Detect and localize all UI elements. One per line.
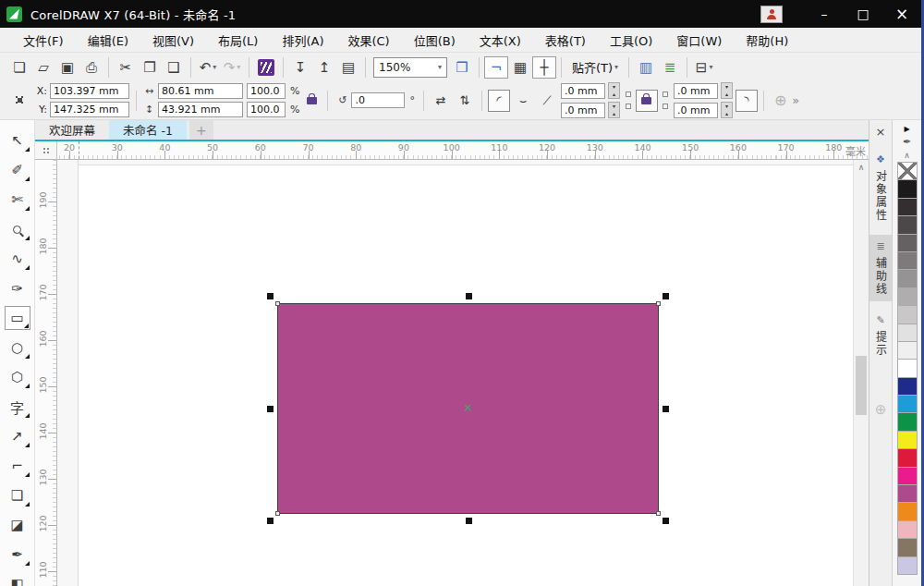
selection-handle-middle-right[interactable] xyxy=(663,406,669,412)
corner-radius-br-input[interactable] xyxy=(674,103,718,118)
ellipse-tool[interactable]: ○ xyxy=(5,336,30,360)
transparency-tool[interactable]: ◪ xyxy=(5,513,30,537)
menu-effects[interactable]: 效果(C) xyxy=(335,28,401,53)
menu-tools[interactable]: 工具(O) xyxy=(598,28,664,53)
docker-tab-object-properties[interactable]: ❖对象属性 xyxy=(869,148,892,227)
drop-shadow-tool[interactable]: ❏ xyxy=(5,483,30,507)
swatch-ae4a8c[interactable] xyxy=(897,484,918,503)
scale-y-input[interactable] xyxy=(247,102,286,117)
swatch-ee8a1b[interactable] xyxy=(897,502,918,520)
add-docker-button[interactable]: ⊕ xyxy=(875,401,887,418)
undo-button[interactable]: ↶▾ xyxy=(196,56,220,79)
account-button[interactable] xyxy=(760,6,783,23)
object-center-marker[interactable]: × xyxy=(463,401,472,414)
palette-scroll-up-icon[interactable]: ∧ xyxy=(904,151,910,160)
snap-to-button[interactable]: 贴齐(T) ▾ xyxy=(566,58,624,76)
text-tool[interactable]: 字 xyxy=(5,395,30,419)
minimize-button[interactable]: – xyxy=(805,0,844,28)
new-document-button[interactable]: ❏ xyxy=(7,56,31,79)
swatch-4c4849[interactable] xyxy=(897,215,918,234)
fullscreen-preview-button[interactable]: ❒ xyxy=(450,56,474,79)
tab-untitled-document[interactable]: 未命名 -1 xyxy=(109,120,187,140)
swatch-656162[interactable] xyxy=(897,234,918,252)
corner-node[interactable] xyxy=(656,511,661,516)
zoom-tool[interactable] xyxy=(5,217,30,241)
application-launcher-button[interactable] xyxy=(254,56,278,79)
object-width-input[interactable] xyxy=(158,83,243,99)
swatch-1f2b88[interactable] xyxy=(897,377,918,396)
spin-up-icon[interactable]: ▴ xyxy=(609,110,619,117)
selected-rectangle[interactable]: × xyxy=(277,303,659,514)
object-height-input[interactable] xyxy=(158,102,243,117)
swatch-c9c7c8[interactable] xyxy=(897,305,918,324)
view-manager-button[interactable]: ≣ xyxy=(658,56,682,79)
swatch-f3ec19[interactable] xyxy=(897,431,918,449)
chamfered-corner-button[interactable]: ⟋ xyxy=(536,90,558,112)
y-position-input[interactable] xyxy=(50,102,129,117)
show-rulers-button[interactable]: ⌐ xyxy=(484,56,508,79)
corner-radius-bl-input[interactable] xyxy=(561,103,605,118)
swatch-b0adae[interactable] xyxy=(897,287,918,306)
eyedropper-tool[interactable]: ✒ xyxy=(5,543,30,567)
menu-text[interactable]: 文本(X) xyxy=(468,28,533,53)
scale-x-input[interactable] xyxy=(247,83,286,99)
open-button[interactable]: ▱ xyxy=(31,56,55,79)
selection-handle-top-left[interactable] xyxy=(267,293,274,299)
swatch-ffffff[interactable] xyxy=(897,359,918,377)
menu-table[interactable]: 表格(T) xyxy=(533,28,598,53)
selection-handle-top-right[interactable] xyxy=(663,293,669,299)
drawing-canvas[interactable]: × xyxy=(57,160,853,586)
round-corner-button[interactable]: ◜ xyxy=(488,90,510,112)
swatch-f0b6bd[interactable] xyxy=(897,520,918,539)
export-button[interactable]: ↥ xyxy=(312,56,336,79)
publish-pdf-button[interactable]: ▤ xyxy=(336,56,360,79)
scalloped-corner-button[interactable]: ⌣ xyxy=(512,90,534,112)
swatch-f0efef[interactable] xyxy=(897,341,918,360)
swatch-no-color[interactable] xyxy=(897,162,918,180)
swatch-dd1a3c[interactable] xyxy=(897,448,918,467)
redo-dropdown-icon[interactable]: ▾ xyxy=(237,63,240,71)
swatch-ea1b8d[interactable] xyxy=(897,467,918,485)
maximize-button[interactable]: □ xyxy=(844,0,882,28)
lock-ratio-icon[interactable] xyxy=(307,97,317,104)
edit-corners-together-button[interactable] xyxy=(636,90,658,112)
copy-button[interactable]: ❐ xyxy=(138,56,162,79)
corner-node[interactable] xyxy=(275,511,280,516)
spin-down-icon[interactable]: ▾ xyxy=(722,83,732,91)
menu-arrange[interactable]: 排列(A) xyxy=(270,28,335,53)
ruler-origin-button[interactable] xyxy=(35,141,57,160)
menu-edit[interactable]: 编辑(E) xyxy=(76,28,140,53)
paste-button[interactable]: ❑ xyxy=(162,56,186,79)
crop-tool[interactable]: ✄ xyxy=(5,188,30,212)
corner-radius-tr-input[interactable] xyxy=(674,83,718,99)
scrollbar-thumb[interactable] xyxy=(856,356,867,415)
link-corners-checkbox[interactable] xyxy=(663,104,668,109)
swatch-332f30[interactable] xyxy=(897,198,918,216)
shape-tool[interactable]: ✐ xyxy=(5,158,30,182)
print-button[interactable]: ⎙ xyxy=(79,56,103,79)
options-button[interactable]: ▥ xyxy=(634,56,658,79)
show-guidelines-button[interactable]: ┼ xyxy=(532,56,556,79)
vertical-ruler[interactable]: 190180170160150140130120110 xyxy=(35,160,57,586)
swatch-e2e1e1[interactable] xyxy=(897,324,918,342)
corner-node[interactable] xyxy=(275,301,280,306)
swatch-969394[interactable] xyxy=(897,269,918,287)
palette-eyedropper-icon[interactable]: ✒ xyxy=(903,136,911,148)
corner-bl-spinner[interactable]: ▾▴ xyxy=(608,102,620,118)
menu-bitmaps[interactable]: 位图(B) xyxy=(402,28,468,53)
zoom-level-select[interactable]: 150% ▾ xyxy=(373,57,447,78)
palette-flyout-icon[interactable]: ▶ xyxy=(904,125,909,133)
spin-down-icon[interactable]: ▾ xyxy=(722,103,732,110)
swatch-1d1a1b[interactable] xyxy=(897,179,918,198)
swatch-cac7e3[interactable] xyxy=(897,556,918,575)
close-button[interactable]: × xyxy=(882,0,921,28)
spin-up-icon[interactable]: ▴ xyxy=(609,91,619,98)
scroll-up-button[interactable]: ∧ xyxy=(854,160,869,175)
spin-up-icon[interactable]: ▴ xyxy=(722,91,732,98)
overflow-chevron-icon[interactable]: » xyxy=(792,93,797,107)
application-window-button[interactable]: ⊟▾ xyxy=(692,56,716,79)
artistic-media-tool[interactable]: ✑ xyxy=(5,276,30,300)
swatch-0c9347[interactable] xyxy=(897,412,918,431)
undo-dropdown-icon[interactable]: ▾ xyxy=(213,63,216,71)
x-position-input[interactable] xyxy=(50,83,129,99)
